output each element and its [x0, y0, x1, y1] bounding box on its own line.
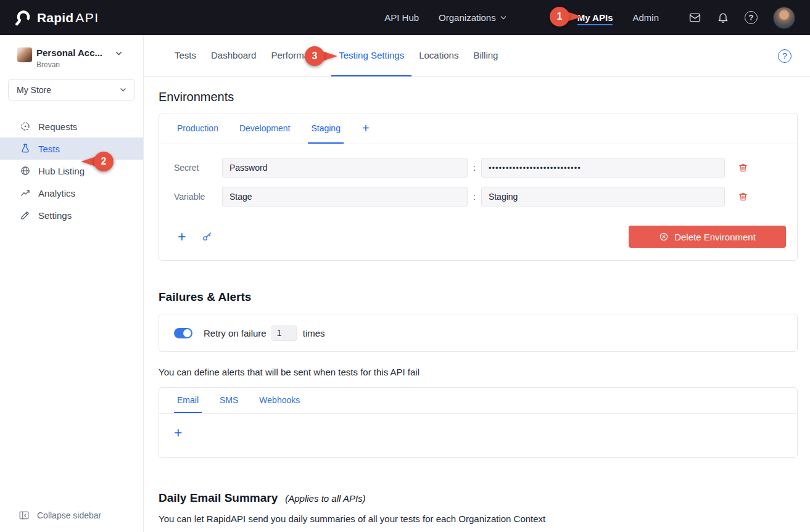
alert-tab-email[interactable]: Email [174, 388, 202, 413]
sidebar-item-requests[interactable]: Requests [0, 115, 143, 137]
tab-testing-settings[interactable]: Testing Settings [331, 35, 411, 76]
sidebar-item-settings[interactable]: Settings [0, 204, 143, 226]
settings-content: Environments Production Development Stag… [144, 90, 810, 524]
plus-icon: + [174, 425, 182, 441]
main-panel: Tests Dashboard Performance Testing Sett… [144, 35, 810, 532]
tab-dashboard[interactable]: Dashboard [204, 35, 263, 76]
page-help-button[interactable]: ? [778, 49, 791, 63]
sidebar-item-label: Tests [38, 144, 60, 154]
alert-tab-sms[interactable]: SMS [217, 388, 241, 413]
environment-variables: Secret : Variable : [159, 144, 797, 218]
sidebar-item-tests[interactable]: Tests [0, 137, 143, 160]
chart-icon [20, 187, 31, 198]
sidebar: Personal Acc... Brevan My Store Requests [0, 35, 144, 532]
sidebar-item-label: Analytics [38, 188, 75, 198]
sidebar-item-label: Requests [38, 121, 77, 132]
toggle-knob [183, 329, 191, 337]
trash-icon [738, 162, 748, 173]
nav-my-apis[interactable]: My APIs [577, 10, 613, 25]
help-icon[interactable]: ? [745, 11, 758, 24]
env-tab-staging[interactable]: Staging [308, 113, 343, 144]
delete-variable-row-button[interactable] [738, 191, 748, 202]
rapidapi-logo-icon [15, 9, 31, 26]
tab-billing[interactable]: Billing [466, 35, 505, 76]
tab-tests[interactable]: Tests [167, 35, 204, 76]
retry-text-after: times [303, 328, 325, 338]
add-alert-button[interactable]: + [174, 426, 186, 440]
nav-admin[interactable]: Admin [632, 10, 659, 25]
account-switcher[interactable]: Personal Acc... Brevan [0, 35, 143, 69]
chevron-down-icon [500, 15, 506, 20]
bell-icon[interactable] [717, 11, 729, 24]
collapse-label: Collapse sidebar [37, 510, 101, 520]
sidebar-item-label: Hub Listing [38, 166, 85, 176]
store-select-value: My Store [17, 85, 51, 95]
environments-title: Environments [159, 90, 798, 104]
help-icon: ? [778, 49, 791, 63]
collapse-sidebar-button[interactable]: Collapse sidebar [19, 510, 101, 521]
tab-locations[interactable]: Locations [411, 35, 466, 76]
env-tab-production[interactable]: Production [174, 113, 221, 144]
environment-tabs: Production Development Staging + [159, 113, 797, 144]
sidebar-item-hub-listing[interactable]: Hub Listing [0, 160, 143, 182]
account-name: Personal Acc... [36, 47, 102, 58]
env-tab-development[interactable]: Development [236, 113, 294, 144]
plus-icon: + [362, 121, 370, 136]
variable-name-input[interactable] [222, 187, 468, 207]
env-row-type-label: Secret [174, 163, 222, 173]
sidebar-item-label: Settings [38, 210, 72, 221]
environment-actions: + Delete Environment [159, 218, 797, 260]
top-navbar: RapidAPI API Hub Organizations My APIs A… [0, 0, 810, 35]
key-icon [202, 231, 213, 242]
key-value-separator: : [473, 163, 476, 173]
radar-icon [20, 121, 31, 132]
add-secret-button[interactable] [202, 231, 213, 242]
user-avatar[interactable] [773, 7, 795, 29]
env-row-variable: Variable : [174, 187, 782, 207]
globe-icon [20, 165, 31, 176]
plus-icon: + [178, 229, 186, 245]
brand-rapid: Rapid [37, 10, 73, 25]
add-environment-button[interactable]: + [358, 113, 373, 144]
daily-summary-header: Daily Email Summary (Applies to all APIs… [159, 491, 798, 505]
retry-toggle[interactable] [174, 328, 192, 338]
nav-organizations[interactable]: Organizations [439, 10, 506, 25]
chevron-down-icon [115, 51, 122, 55]
sidebar-item-analytics[interactable]: Analytics [0, 182, 143, 204]
navbar-icons: ? [688, 7, 795, 29]
brand-text: RapidAPI [37, 10, 99, 25]
delete-environment-button[interactable]: Delete Environment [629, 226, 786, 248]
alert-tab-webhooks[interactable]: Webhooks [256, 388, 303, 413]
trash-icon [738, 191, 748, 202]
retry-text-before: Retry on failure [204, 328, 267, 338]
tab-performance[interactable]: Performance [263, 35, 331, 76]
brand-api: API [75, 10, 99, 25]
secret-name-input[interactable] [222, 158, 468, 178]
navbar-links: API Hub Organizations My APIs Admin [384, 10, 659, 25]
rapidapi-logo[interactable]: RapidAPI [15, 9, 99, 26]
add-variable-button[interactable]: + [174, 230, 189, 244]
environments-card: Production Development Staging + Secret … [159, 113, 798, 261]
retry-count-input[interactable] [271, 325, 297, 341]
alerts-body: + [159, 414, 797, 457]
nav-api-hub[interactable]: API Hub [384, 10, 419, 25]
sidebar-menu: Requests Tests Hub Listing [0, 115, 143, 226]
flask-icon [20, 143, 31, 154]
daily-summary-note: (Applies to all APIs) [285, 493, 365, 504]
store-select[interactable]: My Store [8, 79, 135, 100]
variable-value-input[interactable] [481, 187, 725, 207]
alert-channel-tabs: Email SMS Webhooks [159, 388, 797, 414]
pencil-icon [20, 210, 31, 221]
api-tabbar: Tests Dashboard Performance Testing Sett… [144, 35, 810, 77]
inbox-icon[interactable] [688, 11, 701, 24]
failures-title: Failures & Alerts [159, 290, 798, 304]
collapse-icon [19, 510, 30, 521]
alerts-card: Email SMS Webhooks + [159, 387, 798, 458]
delete-environment-label: Delete Environment [674, 232, 756, 242]
secret-value-input[interactable] [481, 158, 725, 178]
env-row-type-label: Variable [174, 192, 222, 202]
retry-card: Retry on failure times [159, 314, 798, 352]
daily-summary-description: You can let RapidAPI send you daily summ… [159, 514, 798, 524]
delete-secret-row-button[interactable] [738, 162, 748, 173]
alerts-hint: You can define alerts that will be sent … [159, 367, 798, 377]
